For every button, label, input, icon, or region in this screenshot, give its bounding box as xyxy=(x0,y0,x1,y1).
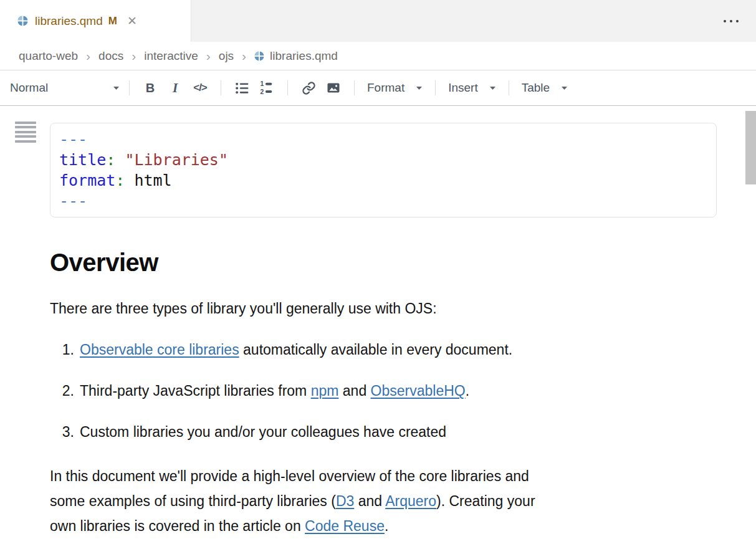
list-item: 3.Custom libraries you and/or your colle… xyxy=(50,423,717,441)
code-line: --- xyxy=(59,129,707,150)
tab-title: libraries.qmd xyxy=(35,14,103,28)
italic-icon: I xyxy=(173,80,178,96)
text-run: own libraries is covered in the article … xyxy=(50,518,305,534)
link-icon xyxy=(302,81,316,95)
image-icon xyxy=(326,80,341,95)
chevron-right-icon: › xyxy=(86,49,90,62)
paragraph-line: own libraries is covered in the article … xyxy=(50,513,717,538)
editor-surface[interactable]: ---title: "Libraries"format: html--- Ove… xyxy=(0,106,756,538)
text-run: some examples of using third-party libra… xyxy=(50,493,336,509)
chevron-down-icon xyxy=(113,86,120,90)
breadcrumb-item-ojs[interactable]: ojs xyxy=(219,49,234,63)
italic-button[interactable]: I xyxy=(163,76,188,100)
tab-bar: libraries.qmd M ✕ xyxy=(0,0,756,42)
format-menu[interactable]: Format xyxy=(367,81,423,95)
vertical-scrollbar-thumb[interactable] xyxy=(745,111,756,184)
heading-overview: Overview xyxy=(50,249,717,277)
quarto-logo-icon xyxy=(17,16,28,26)
breadcrumb-item-interactive[interactable]: interactive xyxy=(144,49,198,63)
ordered-list: 1.Observable core libraries automaticall… xyxy=(50,340,717,441)
insert-image-button[interactable] xyxy=(321,76,346,100)
modified-badge: M xyxy=(108,15,117,27)
chevron-right-icon: › xyxy=(242,49,246,62)
insert-menu-label: Insert xyxy=(448,81,478,95)
block-drag-handle-icon[interactable] xyxy=(14,120,37,144)
list-item: 2.Third-party JavaScript libraries from … xyxy=(50,381,717,400)
list-number: 2. xyxy=(50,381,80,400)
code-icon: </> xyxy=(193,82,207,94)
more-actions-button[interactable] xyxy=(724,0,739,42)
insert-menu[interactable]: Insert xyxy=(448,81,496,95)
list-item-text: Custom libraries you and/or your colleag… xyxy=(80,423,446,441)
text-run: and xyxy=(338,383,370,399)
text-run: and xyxy=(354,493,385,509)
text-run: Third-party JavaScript libraries from xyxy=(80,383,311,399)
numbered-list-button[interactable]: 1 2 xyxy=(254,76,279,100)
table-menu-label: Table xyxy=(522,81,550,95)
svg-text:1: 1 xyxy=(260,80,264,87)
text-run: automatically available in every documen… xyxy=(239,341,513,358)
breadcrumb: quarto-web › docs › interactive › ojs › … xyxy=(0,42,756,70)
toolbar-divider xyxy=(509,80,509,95)
table-menu[interactable]: Table xyxy=(522,81,568,95)
toolbar-divider xyxy=(435,80,436,95)
text-run: Custom libraries you and/or your colleag… xyxy=(80,424,446,440)
chevron-right-icon: › xyxy=(206,49,211,62)
chevron-right-icon: › xyxy=(132,49,136,62)
numbered-list-icon: 1 2 xyxy=(259,80,275,96)
close-icon[interactable]: ✕ xyxy=(127,15,137,27)
breadcrumb-item-file[interactable]: libraries.qmd xyxy=(254,49,338,63)
toolbar-divider xyxy=(129,80,130,95)
toolbar-divider xyxy=(354,80,355,95)
text-run: . xyxy=(466,383,469,399)
doc-link[interactable]: Code Reuse xyxy=(305,518,385,534)
list-number: 3. xyxy=(50,423,80,441)
list-item-text: Third-party JavaScript libraries from np… xyxy=(80,381,469,400)
formatting-toolbar: Normal B I </> 1 2 xyxy=(0,70,756,106)
chevron-down-icon xyxy=(489,86,496,90)
code-line: --- xyxy=(59,191,707,211)
breadcrumb-item-docs[interactable]: docs xyxy=(98,49,123,63)
paragraph-line: some examples of using third-party libra… xyxy=(50,489,717,513)
bold-button[interactable]: B xyxy=(138,76,163,100)
list-item-text: Observable core libraries automatically … xyxy=(80,340,512,359)
paragraph-line: In this document we'll provide a high-le… xyxy=(50,464,717,489)
quarto-logo-icon xyxy=(254,51,264,61)
text-run: ). Creating your xyxy=(436,493,535,509)
toolbar-divider xyxy=(287,80,288,95)
breadcrumb-item-quarto-web[interactable]: quarto-web xyxy=(19,49,78,63)
text-run: In this document we'll provide a high-le… xyxy=(50,468,529,484)
paragraph-style-dropdown[interactable]: Normal xyxy=(9,79,121,97)
format-menu-label: Format xyxy=(367,81,404,95)
breadcrumb-file-label: libraries.qmd xyxy=(270,49,338,63)
list-number: 1. xyxy=(50,340,80,359)
doc-link[interactable]: D3 xyxy=(336,493,354,509)
doc-link[interactable]: Observable core libraries xyxy=(80,341,239,358)
code-button[interactable]: </> xyxy=(188,76,213,100)
text-run: . xyxy=(385,518,388,534)
code-line: format: html xyxy=(59,170,707,191)
doc-link[interactable]: ObservableHQ xyxy=(371,383,466,399)
bulleted-list-button[interactable] xyxy=(229,76,254,100)
intro-paragraph: There are three types of library you'll … xyxy=(50,299,717,318)
yaml-front-matter-block[interactable]: ---title: "Libraries"format: html--- xyxy=(50,123,717,217)
chevron-down-icon xyxy=(561,86,568,90)
code-line: title: "Libraries" xyxy=(59,150,707,170)
bulleted-list-icon xyxy=(234,80,250,96)
tab-libraries-qmd[interactable]: libraries.qmd M ✕ xyxy=(0,0,191,42)
toolbar-divider xyxy=(221,80,221,95)
chevron-down-icon xyxy=(416,86,423,90)
bold-icon: B xyxy=(146,81,155,95)
list-item: 1.Observable core libraries automaticall… xyxy=(50,340,717,359)
doc-link[interactable]: Arquero xyxy=(385,493,436,509)
paragraph-style-value: Normal xyxy=(10,81,48,95)
svg-text:2: 2 xyxy=(260,88,264,95)
insert-link-button[interactable] xyxy=(296,76,321,100)
doc-link[interactable]: npm xyxy=(311,383,339,399)
ellipsis-icon xyxy=(724,20,726,22)
outro-paragraph: In this document we'll provide a high-le… xyxy=(50,464,717,538)
